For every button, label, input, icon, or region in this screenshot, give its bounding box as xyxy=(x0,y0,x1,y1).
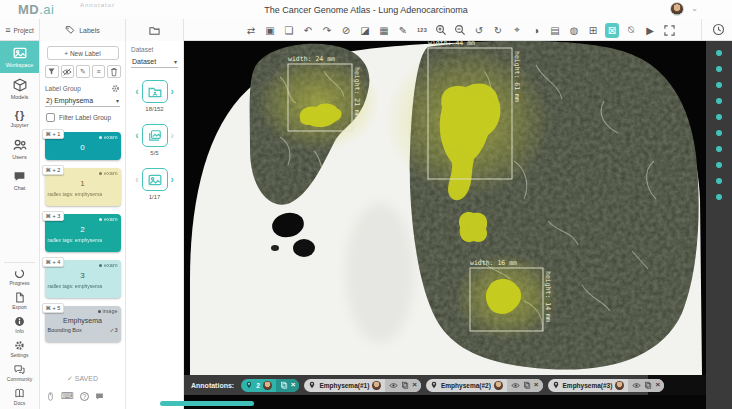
label-card-2[interactable]: ⌘ + 3 exam 2 radlex tags: emphysema xyxy=(45,214,121,252)
prev-series-arrow[interactable]: ‹ xyxy=(135,131,138,141)
exam-button[interactable] xyxy=(142,80,168,103)
feedback-icon[interactable] xyxy=(95,392,104,401)
new-label-button[interactable]: + New Label xyxy=(47,46,119,60)
invert-icon[interactable]: ◑ xyxy=(529,23,543,38)
project-menu-button[interactable]: ≡ Project xyxy=(0,19,40,41)
annotation-chip-1[interactable]: Emphysema(#1) × xyxy=(304,379,421,392)
thumbnail-dot[interactable] xyxy=(716,130,722,136)
thumbnail-dot[interactable] xyxy=(716,194,722,200)
overlay-icon[interactable]: ⊞ xyxy=(586,23,600,38)
horizontal-scrollbar[interactable] xyxy=(160,401,254,406)
thumbnail-dot[interactable] xyxy=(716,114,722,120)
draw-icon[interactable]: ✎ xyxy=(396,23,410,38)
numbers-icon[interactable]: 123 xyxy=(415,23,429,38)
hide-shapes-icon[interactable]: ⊠ xyxy=(605,23,619,38)
thumbnail-dot[interactable] xyxy=(716,178,722,184)
close-icon[interactable]: × xyxy=(291,381,296,389)
edit-label-icon[interactable]: ✎ xyxy=(76,65,90,78)
thumbnail-dot[interactable] xyxy=(716,82,722,88)
window-level-icon[interactable]: ▤ xyxy=(548,23,562,38)
label-type: Bounding Box xyxy=(48,327,82,333)
tab-dataset[interactable] xyxy=(126,19,184,41)
annotation-group-chip[interactable]: 2 × xyxy=(241,379,299,392)
annotation-chip-3[interactable]: Emphysema(#3) × xyxy=(548,379,665,392)
eye-icon[interactable] xyxy=(632,381,641,390)
no-annotations-icon[interactable]: ⊘ xyxy=(339,23,353,38)
help-icon[interactable]: ? xyxy=(80,392,89,401)
label-card-4[interactable]: ⌘ + 5 image Emphysema Bounding Box ✓3 xyxy=(45,306,121,342)
copy-icon[interactable]: ❏ xyxy=(282,23,296,38)
filter-label-group-row[interactable]: Filter Label Group xyxy=(46,113,120,122)
close-icon[interactable]: × xyxy=(412,381,417,389)
label-card-3[interactable]: ⌘ + 4 exam 3 radlex tags: emphysema xyxy=(45,260,121,298)
filter-checkbox[interactable] xyxy=(46,113,55,122)
thumbnail-dot[interactable] xyxy=(716,50,722,56)
next-exam-arrow[interactable]: › xyxy=(171,87,174,97)
user-avatar[interactable] xyxy=(670,2,684,16)
sidebar-item-progress[interactable]: Progress xyxy=(0,265,39,289)
copy-annotation-icon[interactable] xyxy=(644,381,652,389)
list-remove-icon[interactable]: ≡ xyxy=(92,65,106,78)
grid-icon[interactable]: ▦ xyxy=(377,23,391,38)
eye-icon[interactable] xyxy=(511,381,520,390)
eraser-icon[interactable]: ◪ xyxy=(358,23,372,38)
label-card-0[interactable]: ⌘ + 1 exam 0 xyxy=(45,132,121,160)
keyboard-icon[interactable]: ⌨ xyxy=(61,392,74,401)
next-series-arrow[interactable]: › xyxy=(171,131,174,141)
mdai-annotator-app: MD.ai Annotator The Cancer Genome Atlas … xyxy=(0,0,732,409)
hide-labels-icon[interactable] xyxy=(61,65,75,78)
close-icon[interactable]: × xyxy=(655,381,660,389)
sidebar-item-info[interactable]: Info xyxy=(0,313,39,337)
thumbnail-dot[interactable] xyxy=(716,146,722,152)
copy-annotation-icon[interactable] xyxy=(401,381,409,389)
prev-image-arrow[interactable]: ‹ xyxy=(135,175,138,185)
sidebar-item-settings[interactable]: Settings xyxy=(0,337,39,361)
thumbnail-dot[interactable] xyxy=(716,66,722,72)
filter-icon[interactable] xyxy=(45,65,59,78)
tab-labels[interactable]: Labels xyxy=(40,19,126,41)
eye-icon[interactable] xyxy=(389,381,398,390)
sidebar-item-docs[interactable]: Docs xyxy=(0,385,39,409)
close-icon[interactable]: × xyxy=(534,381,539,389)
label-group-select[interactable]: 2) Emphysema ▾ xyxy=(45,95,120,107)
thumbnail-dot[interactable] xyxy=(716,98,722,104)
sidebar-item-jupyter[interactable]: { } Jupyter xyxy=(0,105,39,133)
sidebar-item-users[interactable]: Users xyxy=(0,133,39,165)
copy-annotation-icon[interactable] xyxy=(280,381,288,389)
ct-scan-canvas[interactable]: width: 24 mm height: 21 mm width: 44 mm … xyxy=(184,41,706,375)
zoom-out-icon[interactable] xyxy=(453,23,467,38)
label-group-gear-icon[interactable] xyxy=(111,84,120,93)
thumbnail-dot[interactable] xyxy=(716,162,722,168)
prev-exam-arrow[interactable]: ‹ xyxy=(135,87,138,97)
rail-label: Docs xyxy=(14,400,25,406)
undo-icon[interactable]: ↶ xyxy=(301,23,315,38)
probe-icon[interactable]: ◍ xyxy=(567,23,581,38)
next-image-arrow[interactable]: › xyxy=(171,175,174,185)
label-card-1[interactable]: ⌘ + 2 exam 1 radlex tags: emphysema xyxy=(45,168,121,206)
rotate-ccw-icon[interactable]: ↺ xyxy=(472,23,486,38)
flip-icon[interactable]: ⇄ xyxy=(244,23,258,38)
trash-icon[interactable] xyxy=(107,65,121,78)
hide-cursor-icon[interactable]: ⍉ xyxy=(624,23,638,38)
chevron-down-icon[interactable]: ⌄ xyxy=(691,4,698,13)
mouse-icon[interactable] xyxy=(46,392,55,401)
image-button[interactable] xyxy=(142,168,168,191)
annotation-chip-2[interactable]: Emphysema(#2) × xyxy=(426,379,543,392)
reset-view-icon[interactable]: ⌖ xyxy=(510,23,524,38)
sidebar-item-models[interactable]: Models xyxy=(0,73,39,105)
image-count: 1/17 xyxy=(149,194,161,200)
dataset-select[interactable]: Dataset ▾ xyxy=(131,56,178,68)
sidebar-item-export[interactable]: Export xyxy=(0,289,39,313)
rotate-cw-icon[interactable]: ↻ xyxy=(491,23,505,38)
series-button[interactable] xyxy=(142,124,168,147)
sidebar-item-chat[interactable]: Chat xyxy=(0,165,39,196)
fullscreen-icon[interactable] xyxy=(662,23,676,38)
export-image-icon[interactable]: ▣ xyxy=(263,23,277,38)
history-clock-icon[interactable] xyxy=(711,22,726,37)
play-icon[interactable]: ▶ xyxy=(643,23,657,38)
copy-annotation-icon[interactable] xyxy=(523,381,531,389)
sidebar-item-workspace[interactable]: Workspace xyxy=(0,41,39,73)
redo-icon[interactable]: ↷ xyxy=(320,23,334,38)
sidebar-item-community[interactable]: Community xyxy=(0,361,39,385)
zoom-in-icon[interactable] xyxy=(434,23,448,38)
